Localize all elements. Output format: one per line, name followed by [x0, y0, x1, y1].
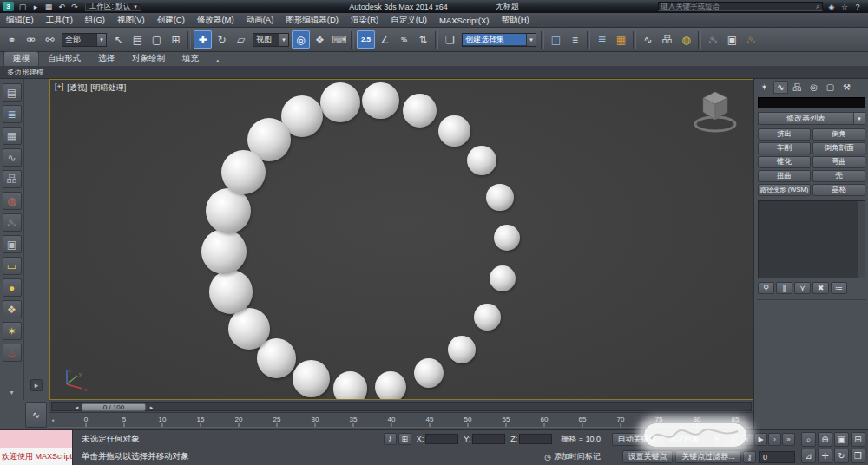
undo-icon[interactable]: ↶ [56, 2, 68, 12]
pearl-sphere[interactable] [201, 229, 247, 274]
pearl-sphere[interactable] [209, 270, 253, 313]
remove-modifier-icon[interactable]: ✖ [812, 282, 829, 294]
modifier-button[interactable]: 弯曲 [812, 156, 865, 168]
toolbar-overflow-icon[interactable]: ▾ [10, 389, 13, 396]
modifier-button[interactable]: 车削 [758, 142, 811, 154]
select-by-name-icon[interactable]: ▤ [128, 30, 147, 49]
pearl-sphere[interactable] [438, 115, 470, 147]
viewcube[interactable] [690, 85, 740, 137]
curve-editor-icon[interactable]: ∿ [639, 30, 657, 49]
selection-filter-dropdown[interactable]: 全部▾ [62, 33, 107, 47]
scene-explorer-icon[interactable]: ▤ [3, 83, 22, 102]
modifier-button[interactable]: 倒角剖面 [812, 142, 865, 154]
motion-tab[interactable]: ◎ [806, 81, 821, 94]
spinner-snap-icon[interactable]: ⇅ [414, 30, 432, 49]
window-crossing-icon[interactable]: ⊞ [167, 30, 185, 49]
ribbon-tab-建模[interactable]: 建模 [3, 51, 39, 66]
pearl-sphere[interactable] [467, 146, 496, 175]
material-editor-icon[interactable]: ◍ [677, 30, 695, 49]
render-production-icon[interactable]: ♨ [742, 30, 760, 49]
pearl-sphere[interactable] [228, 308, 270, 350]
set-key-button[interactable]: 设置关键点 [622, 450, 673, 463]
menu-item-创建(C)[interactable]: 创建(C) [151, 13, 191, 27]
help-icon[interactable]: ? [852, 2, 864, 12]
select-and-link-icon[interactable]: ⚭ [3, 30, 21, 49]
pearl-sphere[interactable] [474, 304, 500, 330]
next-frame-button[interactable]: › [768, 433, 781, 446]
select-object-icon[interactable]: ↖ [109, 30, 128, 49]
pearl-sphere[interactable] [362, 82, 399, 120]
circle-tool-icon[interactable]: ● [3, 278, 22, 297]
modifier-button[interactable]: 壳 [812, 170, 865, 182]
new-scene-icon[interactable]: ▢ [16, 2, 29, 12]
zoom-all-icon[interactable]: ⊕ [818, 432, 832, 447]
schematic-view-icon[interactable]: 品 [3, 170, 22, 188]
ribbon-tab-填充[interactable]: 填充 [174, 52, 207, 66]
mirror-icon[interactable]: ◫ [547, 30, 565, 49]
angle-snap-icon[interactable]: ∠ [376, 30, 394, 49]
schematic-view-icon[interactable]: 品 [658, 30, 676, 49]
selection-lock-icon[interactable]: ⚷ [384, 433, 397, 445]
select-and-rotate-icon[interactable]: ↻ [213, 30, 231, 49]
rectangle-tool-icon[interactable]: ▭ [3, 257, 22, 275]
fov-icon[interactable]: ⊿ [801, 449, 816, 463]
select-and-scale-icon[interactable]: ▱ [232, 30, 250, 49]
modifier-stack[interactable] [758, 200, 865, 278]
named-selection-sets-dropdown[interactable]: 创建选择集▾ [462, 33, 536, 47]
perspective-viewport[interactable]: [+] [透视] [明暗处理] x y z [49, 79, 753, 400]
menu-item-修改器(M)[interactable]: 修改器(M) [191, 13, 240, 27]
ribbon-toggle-icon[interactable]: ▦ [3, 127, 22, 145]
layer-explorer-icon[interactable]: ≣ [3, 105, 22, 123]
menu-item-MAXScript(X)[interactable]: MAXScript(X) [433, 13, 496, 27]
display-tab[interactable]: ▢ [823, 81, 838, 94]
pearl-sphere[interactable] [403, 94, 437, 128]
zoom-extents-all-icon[interactable]: ⊞ [851, 432, 865, 447]
align-icon[interactable]: ≡ [566, 30, 584, 49]
rect-selection-region-icon[interactable]: ▢ [148, 30, 166, 49]
ribbon-tab-自由形式[interactable]: 自由形式 [39, 52, 89, 66]
pearl-sphere[interactable] [448, 336, 476, 363]
chevron-down-icon[interactable]: ▾ [96, 34, 106, 46]
pearl-sphere[interactable] [490, 265, 516, 291]
pearl-sphere[interactable] [320, 82, 360, 122]
z-position-field[interactable] [519, 434, 552, 444]
pearl-sphere[interactable] [494, 225, 520, 251]
play-button[interactable]: ▶ [754, 433, 767, 446]
time-slider-handle[interactable]: 0 / 100 [82, 403, 146, 411]
ribbon-tab-对象绘制[interactable]: 对象绘制 [123, 52, 174, 66]
pearl-ring-object[interactable] [50, 80, 753, 399]
bind-to-space-warp-icon[interactable]: ⚯ [41, 30, 59, 49]
create-tab[interactable]: ✶ [757, 81, 772, 94]
menu-item-帮助(H)[interactable]: 帮助(H) [495, 13, 535, 27]
absolute-mode-icon[interactable]: ⊞ [398, 433, 411, 445]
teapot-tool-icon[interactable]: ♨ [3, 344, 22, 362]
trackbar-options-icon[interactable]: ▪ [52, 416, 55, 424]
light-tool-icon[interactable]: ✶ [3, 322, 22, 340]
menu-item-组(G)[interactable]: 组(G) [79, 13, 111, 27]
edit-named-selection-sets-icon[interactable]: ❏ [441, 30, 459, 49]
open-mini-curve-editor-button[interactable]: ∿ [25, 402, 47, 428]
viewport-layout-flyout-icon[interactable]: ▸ [30, 379, 43, 391]
viewport-menu-view[interactable]: [透视] [67, 82, 87, 94]
modifier-button[interactable]: 挤出 [758, 128, 811, 141]
pearl-sphere[interactable] [206, 188, 251, 233]
layer-manager-icon[interactable]: ≣ [593, 30, 611, 49]
select-and-move-icon[interactable]: ✚ [194, 30, 212, 49]
show-end-result-icon[interactable]: ∥ [776, 282, 792, 294]
menu-item-图形编辑器(D)[interactable]: 图形编辑器(D) [279, 13, 345, 27]
chevron-down-icon[interactable]: ▾ [853, 113, 865, 124]
unlink-selection-icon[interactable]: ⚮ [22, 30, 40, 49]
keyboard-override-icon[interactable]: ⌨ [330, 30, 348, 49]
pearl-sphere[interactable] [293, 360, 330, 397]
modifier-button[interactable]: 倒角 [812, 128, 865, 141]
menu-item-渲染(R)[interactable]: 渲染(R) [345, 13, 385, 27]
rendered-frame-icon[interactable]: ▣ [3, 235, 22, 253]
modify-tab[interactable]: ∿ [773, 81, 788, 94]
communication-center-icon[interactable]: ◈ [825, 2, 838, 12]
snap-toggle-2-5-icon[interactable]: 2.5 [357, 30, 375, 49]
chevron-down-icon[interactable]: ▾ [279, 34, 288, 46]
time-slider[interactable]: ◂ 0 / 100 ▸ [49, 400, 753, 413]
viewport-menu-plus[interactable]: [+] [55, 82, 63, 94]
curve-editor-icon[interactable]: ∿ [3, 148, 22, 167]
hierarchy-tab[interactable]: 品 [790, 81, 805, 94]
